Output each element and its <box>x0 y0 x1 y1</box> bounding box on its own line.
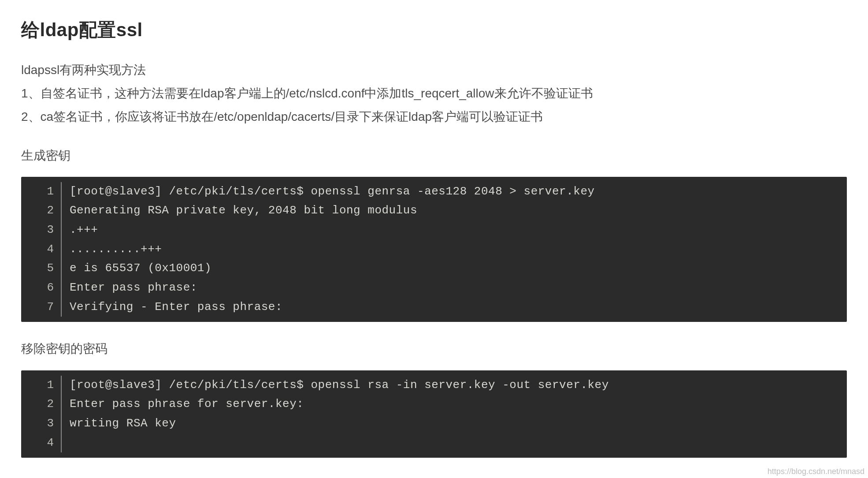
line-number: 2 <box>21 201 61 220</box>
line-number: 4 <box>21 240 61 259</box>
code-text: Enter pass phrase: <box>62 278 197 298</box>
article-body: 给ldap配置ssl ldapssl有两种实现方法 1、自签名证书，这种方法需要… <box>0 0 868 462</box>
section-heading: 给ldap配置ssl <box>21 18 847 42</box>
line-number: 1 <box>21 376 61 395</box>
code-line: 4 <box>21 433 847 453</box>
code-block-remove-pw[interactable]: 1[root@slave3] /etc/pki/tls/certs$ opens… <box>21 370 847 458</box>
code-line: 4..........+++ <box>21 240 847 259</box>
line-number: 6 <box>21 278 61 298</box>
code-text: e is 65537 (0x10001) <box>62 259 211 278</box>
code-text: Enter pass phrase for server.key: <box>62 395 304 414</box>
line-number: 5 <box>21 259 61 278</box>
code-text: writing RSA key <box>62 414 176 433</box>
code-line: 2Enter pass phrase for server.key: <box>21 395 847 414</box>
code-text: [root@slave3] /etc/pki/tls/certs$ openss… <box>62 182 595 202</box>
code-line: 2Generating RSA private key, 2048 bit lo… <box>21 201 847 220</box>
code-line: 5e is 65537 (0x10001) <box>21 259 847 278</box>
code-text: Generating RSA private key, 2048 bit lon… <box>62 201 417 220</box>
line-number: 3 <box>21 414 61 433</box>
code-text: [root@slave3] /etc/pki/tls/certs$ openss… <box>62 376 609 395</box>
code-line: 1[root@slave3] /etc/pki/tls/certs$ opens… <box>21 376 847 395</box>
code-line: 3.+++ <box>21 220 847 240</box>
line-number: 2 <box>21 395 61 414</box>
remove-pw-label: 移除密钥的密码 <box>21 337 847 360</box>
code-line: 6Enter pass phrase: <box>21 278 847 298</box>
method-1-text: 1、自签名证书，这种方法需要在ldap客户端上的/etc/nslcd.conf中… <box>21 82 847 105</box>
line-number: 1 <box>21 182 61 202</box>
code-line: 1[root@slave3] /etc/pki/tls/certs$ opens… <box>21 182 847 202</box>
code-line: 3writing RSA key <box>21 414 847 433</box>
intro-text: ldapssl有两种实现方法 <box>21 58 847 82</box>
line-number: 3 <box>21 220 61 240</box>
code-line: 7Verifying - Enter pass phrase: <box>21 298 847 317</box>
line-number: 4 <box>21 433 61 453</box>
code-text <box>62 433 77 453</box>
gen-key-label: 生成密钥 <box>21 144 847 167</box>
method-2-text: 2、ca签名证书，你应该将证书放在/etc/openldap/cacerts/目… <box>21 105 847 128</box>
code-text: Verifying - Enter pass phrase: <box>62 298 282 317</box>
line-number: 7 <box>21 298 61 317</box>
code-text: .+++ <box>62 220 98 240</box>
code-text: ..........+++ <box>62 240 162 259</box>
code-block-gen-key[interactable]: 1[root@slave3] /etc/pki/tls/certs$ opens… <box>21 177 847 322</box>
